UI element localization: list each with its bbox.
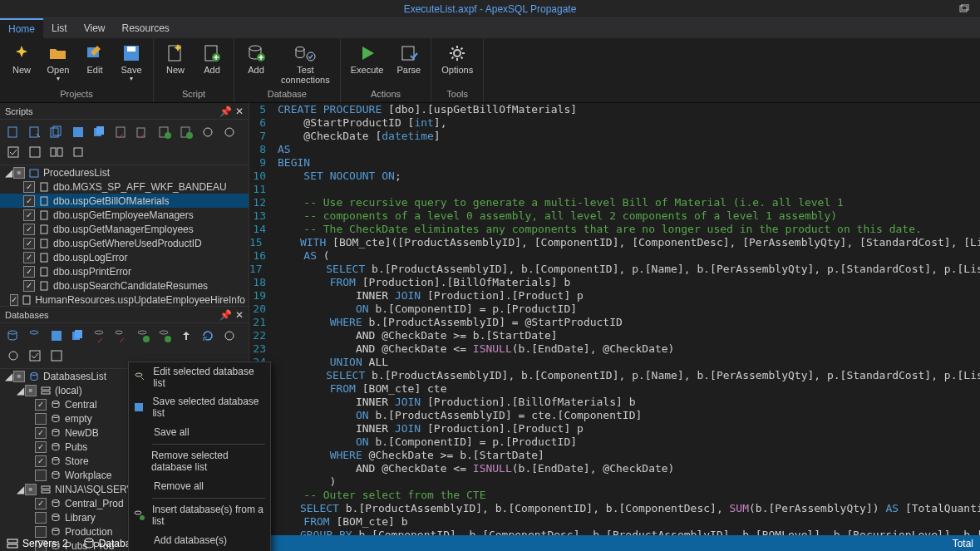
dbtn-12[interactable] <box>3 347 23 365</box>
dbtn-1[interactable] <box>3 327 23 345</box>
pin-icon[interactable]: 📌 <box>219 106 232 117</box>
tbtn-12[interactable] <box>3 143 23 161</box>
dbtn-14[interactable] <box>47 347 66 365</box>
tree-item[interactable]: dbo.uspGetBillOfMaterials <box>0 194 249 208</box>
tree-root[interactable]: ◢ProceduresList <box>0 165 249 180</box>
dbtn-13[interactable] <box>25 347 45 365</box>
menu-home[interactable]: Home <box>0 18 43 38</box>
code-line[interactable]: 25 SELECT b.[ProductAssemblyID], b.[Comp… <box>249 369 980 382</box>
tbtn-14[interactable] <box>47 143 66 161</box>
tree-item[interactable]: dbo.uspPrintError <box>0 264 249 278</box>
tree-item[interactable]: dbo.uspSearchCandidateResumes <box>0 278 249 293</box>
tbtn-1[interactable] <box>3 123 23 141</box>
code-line[interactable]: 36 FROM [BOM_cte] b <box>249 515 980 529</box>
code-line[interactable]: 11 <box>249 183 980 196</box>
dbtn-9[interactable] <box>176 327 196 345</box>
code-line[interactable]: 33 ) <box>249 475 980 489</box>
code-line[interactable]: 15 WITH [BOM_cte]([ProductAssemblyID], [… <box>249 236 980 249</box>
dbtn-11[interactable] <box>219 327 239 345</box>
tree-item[interactable]: HumanResources.uspUpdateEmployeeHireInfo <box>0 293 249 306</box>
code-line[interactable]: 14 -- The CheckDate eliminates any compo… <box>249 223 980 236</box>
restore-icon[interactable] <box>958 4 970 14</box>
tbtn-13[interactable] <box>25 143 45 161</box>
code-line[interactable]: 16 AS ( <box>249 249 980 263</box>
code-line[interactable]: 8AS <box>249 143 980 156</box>
code-line[interactable]: 22 AND @CheckDate >= b.[StartDate] <box>249 329 980 342</box>
tree-item[interactable]: dbo.uspGetWhereUsedProductID <box>0 236 249 250</box>
new-project-button[interactable]: New <box>3 40 40 89</box>
code-line[interactable]: 29 INNER JOIN [Production].[Product] p <box>249 422 980 435</box>
close-icon[interactable]: ✕ <box>235 106 244 117</box>
code-line[interactable]: 20 ON b.[ComponentID] = p.[ProductID] <box>249 303 980 316</box>
code-line[interactable]: 7 @CheckDate [datetime] <box>249 130 980 143</box>
code-line[interactable]: 26 FROM [BOM_cte] cte <box>249 382 980 396</box>
save-project-button[interactable]: Save▾ <box>113 40 150 89</box>
tbtn-8[interactable] <box>155 123 175 141</box>
code-line[interactable]: 31 WHERE @CheckDate >= b.[StartDate] <box>249 449 980 462</box>
code-line[interactable]: 21 WHERE b.[ProductAssemblyID] = @StartP… <box>249 316 980 329</box>
code-editor[interactable]: 5CREATE PROCEDURE [dbo].[uspGetBillOfMat… <box>249 103 980 535</box>
tbtn-2[interactable] <box>25 123 45 141</box>
ctx-removeall[interactable]: Remove all <box>129 476 270 496</box>
code-line[interactable]: 19 INNER JOIN [Production].[Product] p <box>249 289 980 303</box>
tbtn-7[interactable] <box>133 123 153 141</box>
execute-button[interactable]: Execute <box>344 40 391 89</box>
open-project-button[interactable]: Open▾ <box>40 40 76 89</box>
code-line[interactable]: 17 SELECT b.[ProductAssemblyID], b.[Comp… <box>249 263 980 276</box>
code-line[interactable]: 9BEGIN <box>249 156 980 170</box>
tree-item[interactable]: dbo.uspGetEmployeeManagers <box>0 208 249 222</box>
edit-project-button[interactable]: Edit <box>76 40 113 89</box>
scripts-tree[interactable]: ◢ProceduresListdbo.MGXS_SP_AFF_WKF_BANDE… <box>0 165 249 306</box>
dbtn-7[interactable] <box>133 327 153 345</box>
tbtn-5[interactable] <box>90 123 110 141</box>
ctx-edit[interactable]: Edit selected database list <box>129 362 270 392</box>
code-line[interactable]: 37 GROUP BY b.[ComponentID], b.[Componen… <box>249 529 980 535</box>
tbtn-6[interactable] <box>111 123 131 141</box>
dbtn-6[interactable] <box>111 327 131 345</box>
test-connections-button[interactable]: Test connections <box>274 40 337 89</box>
code-line[interactable]: 32 AND @CheckDate <= ISNULL(b.[EndDate],… <box>249 462 980 475</box>
code-line[interactable]: 5CREATE PROCEDURE [dbo].[uspGetBillOfMat… <box>249 103 980 116</box>
code-line[interactable]: 10 SET NOCOUNT ON; <box>249 170 980 183</box>
ctx-saveall[interactable]: Save all <box>129 422 270 442</box>
tbtn-3[interactable] <box>47 123 66 141</box>
code-line[interactable]: 30 ON b.[ComponentID] = p.[ProductID] <box>249 435 980 449</box>
ctx-insert[interactable]: Insert database(s) from a list <box>129 500 270 530</box>
tree-item[interactable]: dbo.uspLogError <box>0 250 249 264</box>
ctx-remove[interactable]: Remove selected database list <box>129 446 270 476</box>
add-database-button[interactable]: Add <box>238 40 274 89</box>
code-line[interactable]: 18 FROM [Production].[BillOfMaterials] b <box>249 276 980 289</box>
window-controls[interactable] <box>958 4 970 14</box>
add-script-button[interactable]: Add <box>194 40 230 89</box>
menu-view[interactable]: View <box>76 18 114 38</box>
code-line[interactable]: 35 SELECT b.[ProductAssemblyID], b.[Comp… <box>249 502 980 515</box>
ctx-save[interactable]: Save selected database list <box>129 392 270 422</box>
dbtn-4[interactable] <box>68 327 88 345</box>
code-line[interactable]: 27 INNER JOIN [Production].[BillOfMateri… <box>249 396 980 409</box>
tbtn-4[interactable] <box>68 123 88 141</box>
pin-icon[interactable]: 📌 <box>219 309 232 321</box>
dbtn-2[interactable] <box>25 327 45 345</box>
options-button[interactable]: Options <box>435 40 480 89</box>
dbtn-5[interactable] <box>90 327 110 345</box>
code-line[interactable]: 13 -- components of a level 0 assembly, … <box>249 209 980 223</box>
dbtn-8[interactable] <box>155 327 175 345</box>
new-script-button[interactable]: New <box>157 40 194 89</box>
parse-button[interactable]: Parse <box>390 40 427 89</box>
code-line[interactable]: 12 -- Use recursive query to generate a … <box>249 196 980 209</box>
code-line[interactable]: 34 -- Outer select from the CTE <box>249 489 980 502</box>
code-line[interactable]: 23 AND @CheckDate <= ISNULL(b.[EndDate],… <box>249 342 980 356</box>
tbtn-11[interactable] <box>219 123 239 141</box>
tbtn-9[interactable] <box>176 123 196 141</box>
tbtn-15[interactable] <box>68 143 88 161</box>
menu-list[interactable]: List <box>43 18 76 38</box>
close-icon[interactable]: ✕ <box>235 309 244 321</box>
tbtn-10[interactable] <box>198 123 218 141</box>
tree-item[interactable]: dbo.MGXS_SP_AFF_WKF_BANDEAU <box>0 180 249 194</box>
dbtn-refresh[interactable] <box>198 327 218 345</box>
dbtn-3[interactable] <box>47 327 66 345</box>
menu-resources[interactable]: Resources <box>114 18 178 38</box>
ctx-add[interactable]: Add database(s) <box>129 530 270 550</box>
code-line[interactable]: 6 @StartProductID [int], <box>249 116 980 130</box>
code-line[interactable]: 24 UNION ALL <box>249 356 980 369</box>
